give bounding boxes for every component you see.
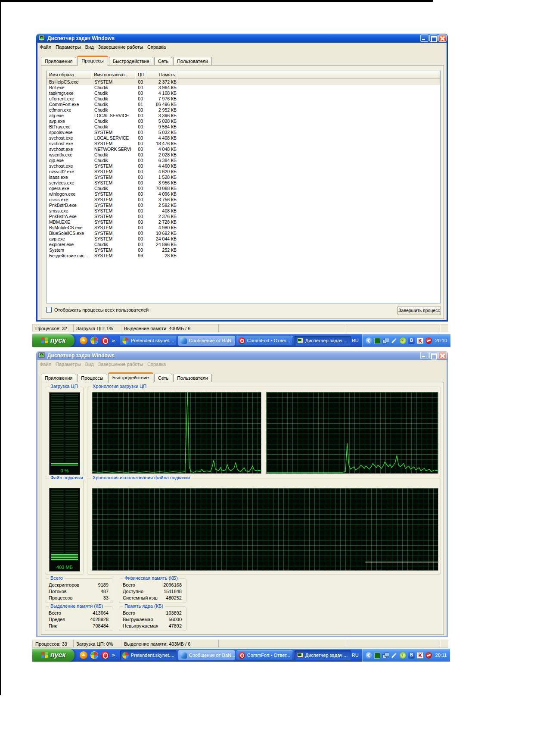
process-row[interactable]: wscntfy.exeChudik002 028 КБ (47, 152, 440, 158)
process-row[interactable]: BsMobileCS.exeSYSTEM004 980 КБ (47, 225, 440, 231)
tab-быстродействие[interactable]: Быстродействие (109, 57, 153, 66)
maximize-button[interactable] (429, 34, 438, 42)
process-row[interactable]: uTorrent.exeChudik007 976 КБ (47, 96, 440, 102)
tab-быстродействие[interactable]: Быстродействие (108, 372, 153, 383)
process-row[interactable]: PnkBstrB.exeSYSTEM002 592 КБ (47, 203, 440, 208)
process-row[interactable]: avp.exeChudik005 028 КБ (47, 119, 440, 124)
tray-shield-icon[interactable] (425, 652, 432, 659)
taskbar-button-taskmgr[interactable]: Диспетчер задач ... (295, 336, 351, 346)
taskbar-button-commfort[interactable]: CommFort • Ответ... (236, 336, 293, 346)
tab-приложения[interactable]: Приложения (41, 374, 76, 382)
tray-network-icon[interactable] (382, 652, 389, 659)
tray-pen-icon[interactable] (391, 337, 397, 344)
process-row[interactable]: opera.exeChudik0070 068 КБ (47, 186, 440, 191)
quicklaunch-opera-icon[interactable] (101, 337, 109, 344)
process-row[interactable]: BlueSoleilCS.exeSYSTEM0010 692 КБ (47, 231, 440, 236)
taskbar-button-pinwheel[interactable]: Pretendent.skynet.... (120, 650, 177, 660)
menu-item-вид[interactable]: Вид (85, 362, 94, 367)
tray-flower-icon[interactable] (400, 652, 406, 659)
quicklaunch-orange-icon[interactable] (80, 651, 87, 659)
tab-пользователи[interactable]: Пользователи (173, 374, 212, 382)
process-row[interactable]: svchost.exeSYSTEM0018 476 КБ (47, 141, 440, 147)
process-row[interactable]: ctfmon.exeChudik002 952 КБ (47, 107, 440, 113)
start-button[interactable]: пуск (32, 649, 75, 662)
process-row[interactable]: CommFort.exeChudik0186 496 КБ (47, 102, 440, 107)
quicklaunch-pinwheel-icon[interactable] (90, 337, 98, 344)
end-process-button[interactable]: Завершить процесс (397, 306, 441, 315)
tab-сеть[interactable]: Сеть (154, 57, 172, 66)
tray-collapse-icon[interactable] (366, 652, 372, 659)
process-row[interactable]: PnkBstrA.exeSYSTEM002 376 КБ (47, 214, 440, 219)
process-row[interactable]: taskmgr.exeChudik004 108 КБ (47, 91, 440, 96)
taskbar-button-messenger[interactable]: Сообщение от BaN... (178, 336, 235, 346)
process-row[interactable]: winlogon.exeSYSTEM004 096 КБ (47, 191, 440, 197)
quicklaunch-chevron[interactable]: » (112, 652, 115, 658)
process-row[interactable]: explorer.exeChudik0024 896 КБ (47, 242, 440, 247)
quicklaunch-opera-icon[interactable] (101, 651, 109, 659)
quicklaunch-chevron[interactable]: » (112, 337, 115, 344)
process-row[interactable]: nvsvc32.exeSYSTEM004 620 КБ (47, 169, 440, 175)
tray-bluetooth-icon[interactable] (408, 337, 415, 344)
tray-green-square-icon[interactable] (374, 653, 380, 659)
close-button[interactable] (438, 34, 447, 42)
close-button[interactable] (438, 352, 447, 359)
column-header-memory[interactable]: Память (146, 71, 177, 79)
process-row[interactable]: BsHelpCS.exeSYSTEM002 372 КБ (47, 79, 440, 85)
process-row[interactable]: BtTray.exeChudik009 584 КБ (47, 124, 440, 130)
tab-сеть[interactable]: Сеть (154, 374, 172, 382)
menu-item-параметры[interactable]: Параметры (56, 44, 81, 50)
process-row[interactable]: Бездействие сис...SYSTEM9928 КБ (47, 253, 440, 259)
menu-item-файл[interactable]: Файл (40, 44, 51, 50)
process-row[interactable]: svchost.exeLOCAL SERVICE004 408 КБ (47, 135, 440, 141)
menu-item-файл[interactable]: Файл (40, 362, 51, 367)
tab-пользователи[interactable]: Пользователи (173, 57, 212, 66)
tray-bluetooth-icon[interactable] (408, 652, 415, 659)
quicklaunch-orange-icon[interactable] (80, 337, 87, 344)
column-header-cpu[interactable]: ЦП (135, 71, 146, 79)
column-header-image-name[interactable]: Имя образа (47, 71, 91, 79)
start-button[interactable]: пуск (32, 334, 75, 347)
tray-pen-icon[interactable] (391, 652, 397, 659)
tray-kaspersky-icon[interactable] (417, 652, 423, 659)
process-row[interactable]: spoolsv.exeSYSTEM005 032 КБ (47, 130, 440, 135)
window-titlebar[interactable]: Диспетчер задач Windows (36, 34, 448, 43)
tab-процессы[interactable]: Процессы (77, 374, 107, 382)
tray-green-square-icon[interactable] (374, 338, 380, 344)
taskbar-button-pinwheel[interactable]: Pretendent.skynet.... (120, 336, 177, 346)
taskbar-button-commfort[interactable]: CommFort • Ответ... (236, 650, 293, 660)
process-row[interactable]: svchost.exeSYSTEM004 460 КБ (47, 163, 440, 169)
process-row[interactable]: SystemSYSTEM00252 КБ (47, 247, 440, 253)
minimize-button[interactable] (420, 352, 428, 359)
taskbar-button-messenger[interactable]: Сообщение от BaN... (178, 650, 235, 660)
process-row[interactable]: MDM.EXESYSTEM002 728 КБ (47, 219, 440, 225)
process-row[interactable]: svchost.exeNETWORK SERVICE004 048 КБ (47, 147, 440, 152)
process-row[interactable]: services.exeSYSTEM003 956 КБ (47, 180, 440, 186)
quicklaunch-pinwheel-icon[interactable] (90, 651, 98, 659)
menu-item-вид[interactable]: Вид (85, 44, 94, 50)
menu-item-справка[interactable]: Справка (147, 44, 166, 50)
process-row[interactable]: avp.exeSYSTEM0024 044 КБ (47, 236, 440, 242)
process-list[interactable]: Имя образа Имя пользоват... ЦП Память Bs… (46, 71, 441, 303)
tray-network-icon[interactable] (382, 337, 389, 344)
menu-item-параметры[interactable]: Параметры (56, 362, 81, 367)
process-row[interactable]: smss.exeSYSTEM00408 КБ (47, 208, 440, 214)
tab-процессы[interactable]: Процессы (77, 56, 108, 66)
tray-kaspersky-icon[interactable] (417, 337, 423, 344)
taskbar-button-taskmgr[interactable]: Диспетчер задач ... (295, 650, 351, 660)
tray-flower-icon[interactable] (400, 337, 406, 344)
tab-приложения[interactable]: Приложения (41, 57, 76, 66)
process-row[interactable]: alg.exeLOCAL SERVICE003 396 КБ (47, 113, 440, 119)
process-row[interactable]: qip.exeChudik006 384 КБ (47, 158, 440, 163)
menu-item-завершение-работы[interactable]: Завершение работы (98, 44, 143, 50)
minimize-button[interactable] (420, 34, 428, 42)
show-all-users-checkbox[interactable] (46, 307, 52, 312)
maximize-button[interactable] (429, 352, 438, 359)
process-row[interactable]: Bot.exeChudik003 964 КБ (47, 85, 440, 91)
language-indicator[interactable]: RU (351, 653, 362, 658)
process-row[interactable]: csrss.exeSYSTEM003 756 КБ (47, 197, 440, 203)
tray-shield-icon[interactable] (425, 337, 432, 344)
language-indicator[interactable]: RU (351, 338, 362, 343)
process-row[interactable]: lsass.exeSYSTEM001 528 КБ (47, 175, 440, 180)
menu-item-справка[interactable]: Справка (147, 362, 166, 367)
tray-collapse-icon[interactable] (366, 337, 372, 344)
